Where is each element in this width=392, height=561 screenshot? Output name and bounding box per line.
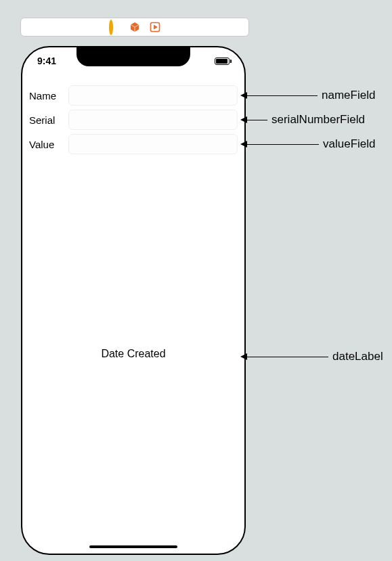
- value-field[interactable]: [68, 134, 238, 154]
- status-bar: 9:41: [22, 54, 244, 68]
- callout-serialNumberField: serialNumberField: [240, 113, 365, 127]
- callout-line: [247, 120, 267, 120]
- serial-number-field[interactable]: [68, 110, 238, 130]
- name-row: Name: [29, 85, 238, 106]
- arrow-head-icon: [240, 141, 247, 148]
- phone-frame: 9:41 Name Serial Value Date Created: [21, 46, 246, 555]
- battery-icon: [215, 58, 230, 65]
- callout-label: nameField: [318, 89, 375, 102]
- name-field[interactable]: [68, 85, 238, 106]
- callout-dateLabel: dateLabel: [240, 350, 383, 363]
- name-label: Name: [29, 90, 63, 102]
- cube-icon: [129, 22, 140, 32]
- date-label: Date Created: [22, 348, 244, 360]
- arrow-head-icon: [240, 353, 247, 360]
- callout-line: [247, 144, 319, 145]
- callout-label: valueField: [319, 137, 376, 151]
- serial-row: Serial: [29, 110, 238, 130]
- status-time: 9:41: [37, 55, 56, 66]
- home-indicator: [89, 545, 177, 548]
- callout-nameField: nameField: [240, 89, 375, 102]
- arrow-head-icon: [240, 116, 247, 123]
- detail-view: Name Serial Value Date Created: [22, 83, 244, 554]
- callout-line: [247, 357, 328, 357]
- xcode-toolbar: [20, 18, 249, 37]
- svg-marker-3: [154, 25, 158, 30]
- value-row: Value: [29, 134, 238, 154]
- play-square-icon: [150, 22, 160, 32]
- status-circle-icon: [109, 22, 120, 32]
- arrow-head-icon: [240, 92, 247, 99]
- serial-label: Serial: [29, 114, 63, 126]
- value-label: Value: [29, 139, 63, 150]
- callout-label: dateLabel: [328, 350, 383, 363]
- callout-label: serialNumberField: [267, 113, 365, 127]
- callout-line: [247, 95, 318, 96]
- callout-valueField: valueField: [240, 137, 376, 151]
